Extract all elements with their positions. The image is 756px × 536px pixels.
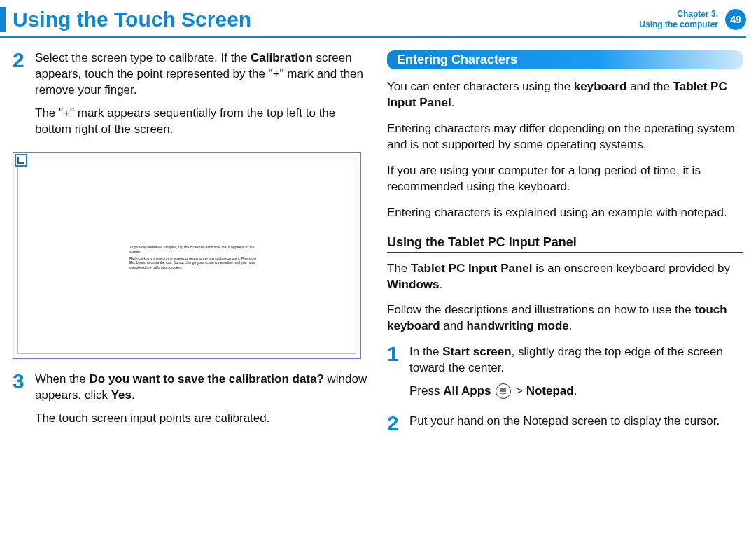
calibration-crosshair-icon bbox=[15, 154, 27, 167]
step-2: 2 Select the screen type to calibrate. I… bbox=[13, 50, 369, 145]
rstep2-p1: Put your hand on the Notepad screen to d… bbox=[410, 414, 743, 430]
step-body: Put your hand on the Notepad screen to d… bbox=[410, 414, 743, 437]
right-column: Entering Characters You can enter charac… bbox=[387, 50, 743, 444]
all-apps-list-icon bbox=[496, 383, 511, 399]
tablet-p2: Follow the descriptions and illustration… bbox=[387, 302, 743, 334]
step-number: 1 bbox=[387, 344, 402, 407]
subheading-tablet-input-panel: Using the Tablet PC Input Panel bbox=[387, 235, 743, 253]
tablet-p1: The Tablet PC Input Panel is an onscreen… bbox=[387, 261, 743, 293]
step-number: 2 bbox=[13, 50, 28, 145]
step-number: 3 bbox=[13, 372, 28, 434]
calibration-screenshot: To provide calibration samples, tap the … bbox=[13, 152, 361, 359]
page-title: Using the Touch Screen bbox=[13, 9, 639, 30]
entering-p1: You can enter characters using the keybo… bbox=[387, 79, 743, 111]
step-body: Select the screen type to calibrate. If … bbox=[35, 50, 369, 145]
page-number-badge: 49 bbox=[725, 9, 746, 30]
step-body: In the Start screen, slightly drag the t… bbox=[410, 344, 743, 407]
step2-p2: The "+" mark appears sequentially from t… bbox=[35, 106, 369, 138]
rstep1-p2: Press All Apps > Notepad. bbox=[410, 383, 743, 400]
entering-p2: Entering characters may differ depending… bbox=[387, 121, 743, 153]
step-body: When the Do you want to save the calibra… bbox=[35, 372, 369, 434]
chapter-label: Chapter 3. Using the computer bbox=[639, 9, 718, 30]
page-header: Using the Touch Screen Chapter 3. Using … bbox=[0, 0, 756, 36]
step-number: 2 bbox=[387, 414, 402, 437]
entering-p4: Entering characters is explained using a… bbox=[387, 205, 743, 221]
section-heading-entering-characters: Entering Characters bbox=[387, 50, 743, 69]
calibration-message: To provide calibration samples, tap the … bbox=[130, 245, 262, 272]
content-columns: 2 Select the screen type to calibrate. I… bbox=[0, 38, 756, 444]
right-step-2: 2 Put your hand on the Notepad screen to… bbox=[387, 414, 743, 437]
right-step-1: 1 In the Start screen, slightly drag the… bbox=[387, 344, 743, 407]
step2-p1: Select the screen type to calibrate. If … bbox=[35, 50, 369, 99]
entering-p3: If you are using your computer for a lon… bbox=[387, 163, 743, 195]
step3-p1: When the Do you want to save the calibra… bbox=[35, 372, 369, 404]
chapter-line-1: Chapter 3. bbox=[639, 9, 718, 20]
step-3: 3 When the Do you want to save the calib… bbox=[13, 372, 369, 434]
chapter-line-2: Using the computer bbox=[639, 20, 718, 30]
step3-p2: The touch screen input points are calibr… bbox=[35, 411, 369, 427]
rstep1-p1: In the Start screen, slightly drag the t… bbox=[410, 344, 743, 376]
left-column: 2 Select the screen type to calibrate. I… bbox=[13, 50, 369, 444]
title-accent-bar bbox=[0, 7, 6, 32]
